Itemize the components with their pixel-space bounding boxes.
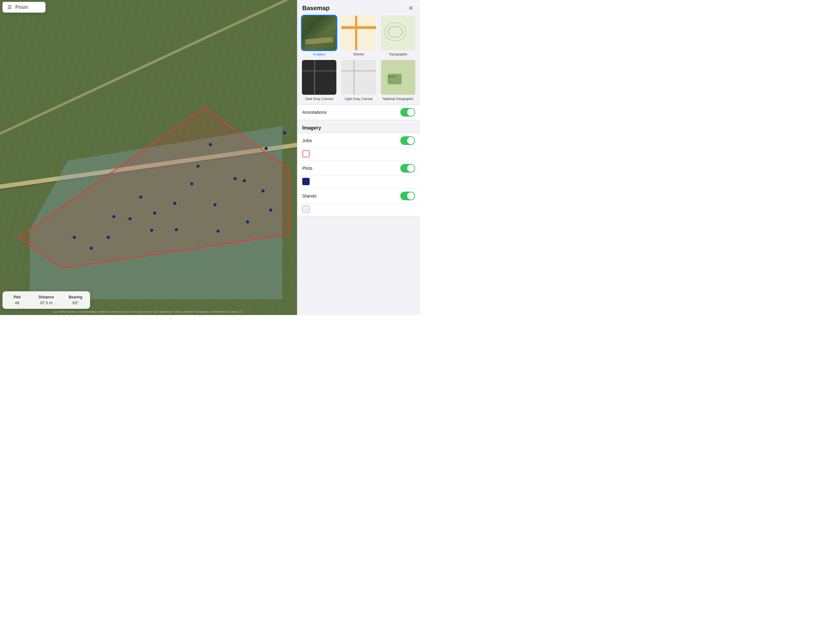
main-container: 3:04 PM Thu May 16 ▲ 100% ▮ bbox=[0, 0, 420, 315]
stands-toggle-row: Stands bbox=[297, 188, 420, 204]
basemap-thumb-light bbox=[340, 59, 377, 95]
close-button[interactable]: ✕ bbox=[406, 4, 415, 12]
imagery-section-title: Imagery bbox=[297, 123, 420, 133]
natgeo-thumbnail bbox=[381, 60, 415, 95]
basemap-grid: Imagery Streets Topographic Dark Gray Ca… bbox=[297, 15, 420, 104]
plot-value: 49 bbox=[9, 301, 25, 305]
basemap-item-light[interactable]: Light Gray Canvas bbox=[340, 59, 377, 100]
top-nav: ☰ Prism bbox=[2, 2, 46, 13]
jobs-color-swatch[interactable] bbox=[302, 150, 309, 157]
bottom-panel: Plot Distance Bearing 49 97.5 m 83° bbox=[2, 291, 90, 309]
menu-icon[interactable]: ☰ bbox=[7, 4, 12, 10]
bearing-value: 83° bbox=[67, 301, 84, 305]
annotations-section: Annotations bbox=[297, 104, 420, 120]
plots-toggle-row: Plots bbox=[297, 161, 420, 176]
map-area[interactable]: ☰ Prism Plot Distance Bearing 49 97.5 m … bbox=[0, 0, 297, 315]
basemap-item-streets[interactable]: Streets bbox=[340, 15, 377, 56]
plots-toggle[interactable] bbox=[400, 164, 415, 173]
plots-label: Plots bbox=[302, 166, 313, 171]
basemap-label-natgeo: National Geographic bbox=[383, 97, 414, 101]
jobs-swatch-row bbox=[297, 148, 420, 161]
basemap-thumb-streets bbox=[340, 15, 377, 51]
bottom-panel-values: 49 97.5 m 83° bbox=[9, 301, 84, 305]
bearing-header: Bearing bbox=[67, 295, 84, 299]
nav-title: Prism bbox=[15, 5, 28, 10]
basemap-item-imagery[interactable]: Imagery bbox=[301, 15, 337, 56]
distance-header: Distance bbox=[38, 295, 55, 299]
jobs-label: Jobs bbox=[302, 138, 312, 143]
stands-color-swatch[interactable] bbox=[302, 206, 309, 213]
right-panel: Basemap ✕ Imagery Streets Top bbox=[297, 0, 420, 315]
jobs-toggle-knob bbox=[407, 137, 414, 144]
plot-header: Plot bbox=[9, 295, 25, 299]
basemap-item-topo[interactable]: Topographic bbox=[380, 15, 416, 56]
dark-thumbnail bbox=[302, 60, 336, 95]
imagery-thumbnail bbox=[302, 16, 336, 50]
basemap-label-topo: Topographic bbox=[389, 52, 407, 56]
jobs-toggle[interactable] bbox=[400, 136, 415, 145]
imagery-section: Imagery Jobs Plots bbox=[297, 123, 420, 217]
topo-thumbnail bbox=[381, 16, 415, 50]
imagery-group: Jobs Plots bbox=[297, 133, 420, 217]
bottom-panel-headers: Plot Distance Bearing bbox=[9, 295, 84, 299]
light-thumbnail bbox=[341, 60, 376, 95]
basemap-thumb-natgeo bbox=[380, 59, 416, 95]
map-attribution: Esri, HERE, Garmin, © OpenStreetMap cont… bbox=[0, 310, 297, 314]
streets-thumbnail bbox=[341, 16, 376, 50]
basemap-label-imagery: Imagery bbox=[313, 52, 325, 56]
basemap-thumb-topo bbox=[380, 15, 416, 51]
distance-value: 97.5 m bbox=[38, 301, 55, 305]
annotations-toggle-row: Annotations bbox=[297, 104, 420, 120]
basemap-thumb-dark bbox=[301, 59, 337, 95]
basemap-thumb-imagery bbox=[301, 15, 337, 51]
plots-toggle-knob bbox=[407, 165, 414, 172]
basemap-label-dark: Dark Gray Canvas bbox=[305, 97, 333, 101]
stands-swatch-row bbox=[297, 204, 420, 216]
basemap-label-streets: Streets bbox=[353, 52, 364, 56]
basemap-label-light: Light Gray Canvas bbox=[345, 97, 373, 101]
annotations-label: Annotations bbox=[302, 109, 327, 115]
basemap-item-natgeo[interactable]: National Geographic bbox=[380, 59, 416, 100]
basemap-item-dark[interactable]: Dark Gray Canvas bbox=[301, 59, 337, 100]
panel-title: Basemap bbox=[302, 5, 330, 12]
plots-swatch-row bbox=[297, 176, 420, 188]
stands-label: Stands bbox=[302, 193, 317, 198]
plots-color-swatch[interactable] bbox=[302, 178, 309, 185]
annotations-toggle-knob bbox=[407, 109, 414, 116]
stands-toggle-knob bbox=[407, 192, 414, 199]
jobs-toggle-row: Jobs bbox=[297, 133, 420, 148]
annotations-toggle[interactable] bbox=[400, 108, 415, 117]
panel-header: Basemap ✕ bbox=[297, 0, 420, 15]
stands-toggle[interactable] bbox=[400, 192, 415, 200]
